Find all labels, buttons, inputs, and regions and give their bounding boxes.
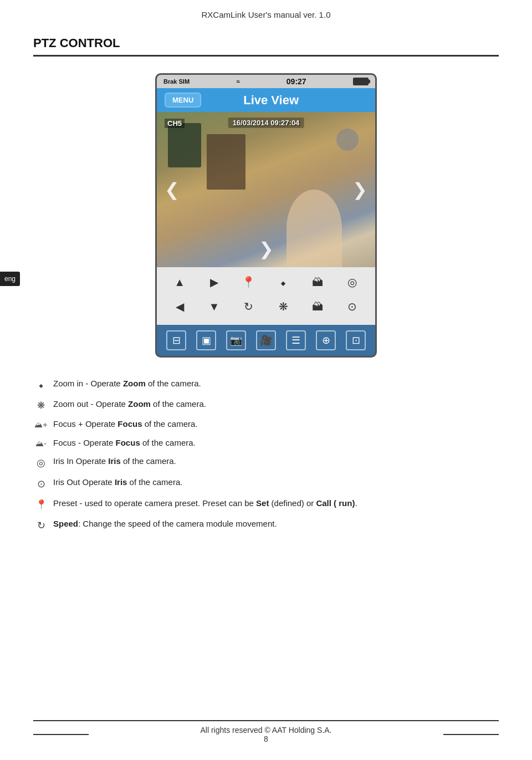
iris-in-text: Iris In Operate Iris of the camera. xyxy=(53,455,499,468)
camera-view: CH5 16/03/2014 09:27:04 ❮ ❯ ❯ xyxy=(157,112,375,267)
feature-focus-minus: ⛰- Focus - Operate Focus of the camera. xyxy=(33,437,499,450)
pan-down-button[interactable]: ▼ xyxy=(202,296,226,317)
header-title: RXCamLink User's manual ver. 1.0 xyxy=(202,10,331,19)
focus-minus-text: Focus - Operate Focus of the camera. xyxy=(53,437,499,450)
preset-text: Preset - used to operate camera preset. … xyxy=(53,497,499,510)
focus-plus-icon: ⛰+ xyxy=(33,419,49,431)
zoom-in-text: Zoom in - Operate Zoom of the camera. xyxy=(53,378,499,390)
focus-plus-button[interactable]: 🏔 xyxy=(306,272,329,293)
footer-line-right xyxy=(443,734,499,735)
preset-button[interactable]: 📍 xyxy=(237,272,260,293)
feature-iris-in: ◎ Iris In Operate Iris of the camera. xyxy=(33,455,499,471)
title-divider xyxy=(33,55,499,57)
iris-in-button[interactable]: ◎ xyxy=(341,272,364,293)
battery-icon xyxy=(353,78,369,85)
focus-minus-button[interactable]: 🏔 xyxy=(306,296,329,317)
nav-bar: MENU Live View xyxy=(157,88,375,112)
page-header: RXCamLink User's manual ver. 1.0 xyxy=(0,0,532,25)
video-button[interactable]: 🎥 xyxy=(256,330,276,350)
list-button[interactable]: ☰ xyxy=(286,330,306,350)
zoom-in-icon: ⬥ xyxy=(33,378,49,392)
preset-icon: 📍 xyxy=(33,498,49,512)
speed-button[interactable]: ↻ xyxy=(237,296,260,317)
bottom-toolbar: ⊟ ▣ 📷 🎥 ☰ ⊕ ⊡ xyxy=(157,325,375,356)
ctrl-row-2: ◀ ▼ ↻ ❋ 🏔 ⊙ xyxy=(162,296,370,317)
footer-copyright: All rights reserved © AAT Holding S.A. 8 xyxy=(200,726,331,743)
zoom-in-button[interactable]: ⬥ xyxy=(272,272,295,293)
camera-channel: CH5 xyxy=(165,119,185,128)
zoom-out-icon: ❋ xyxy=(33,399,49,413)
camera-down-arrow[interactable]: ❯ xyxy=(259,238,274,259)
camera-button[interactable]: 📷 xyxy=(226,330,246,350)
snapshot-save-button[interactable]: ▣ xyxy=(196,330,216,350)
feature-zoom-in: ⬥ Zoom in - Operate Zoom of the camera. xyxy=(33,378,499,392)
menu-button[interactable]: MENU xyxy=(165,93,201,108)
phone-container: Brak SIM ≈ 09:27 MENU Live View CH5 16/0… xyxy=(33,73,499,358)
carrier-label: Brak SIM xyxy=(163,78,190,85)
zoom-out-text: Zoom out - Operate Zoom of the camera. xyxy=(53,398,499,411)
snapshot-delete-button[interactable]: ⊟ xyxy=(166,330,186,350)
crop-button[interactable]: ⊡ xyxy=(346,330,366,350)
control-panel: ▲ ▶ 📍 ⬥ 🏔 ◎ ◀ ▼ ↻ ❋ 🏔 ⊙ xyxy=(157,267,375,325)
time-label: 09:27 xyxy=(287,77,306,86)
feature-focus-plus: ⛰+ Focus + Operate Focus of the camera. xyxy=(33,418,499,431)
wifi-icon: ≈ xyxy=(236,78,239,85)
phone-frame: Brak SIM ≈ 09:27 MENU Live View CH5 16/0… xyxy=(155,73,377,358)
ctrl-row-1: ▲ ▶ 📍 ⬥ 🏔 ◎ xyxy=(162,272,370,293)
feature-preset: 📍 Preset - used to operate camera preset… xyxy=(33,497,499,512)
pan-left-button[interactable]: ◀ xyxy=(168,296,191,317)
feature-iris-out: ⊙ Iris Out Operate Iris of the camera. xyxy=(33,476,499,492)
focus-plus-text: Focus + Operate Focus of the camera. xyxy=(53,418,499,431)
camera-timestamp: 16/03/2014 09:27:04 xyxy=(228,118,304,128)
status-bar: Brak SIM ≈ 09:27 xyxy=(157,75,375,88)
page-footer: All rights reserved © AAT Holding S.A. 8 xyxy=(33,720,499,743)
main-content: PTZ CONTROL Brak SIM ≈ 09:27 MENU Live V… xyxy=(0,25,532,572)
iris-out-text: Iris Out Operate Iris of the camera. xyxy=(53,476,499,489)
iris-out-button[interactable]: ⊙ xyxy=(341,296,364,317)
iris-in-icon: ◎ xyxy=(33,456,49,471)
camera-left-arrow[interactable]: ❮ xyxy=(165,179,180,200)
language-tab: eng xyxy=(0,272,20,286)
focus-minus-icon: ⛰- xyxy=(33,437,49,450)
iris-out-icon: ⊙ xyxy=(33,477,49,492)
feature-speed: ↻ Speed: Change the speed of the camera … xyxy=(33,518,499,533)
feature-zoom-out: ❋ Zoom out - Operate Zoom of the camera. xyxy=(33,398,499,413)
pan-up-button[interactable]: ▲ xyxy=(168,272,191,293)
speed-icon: ↻ xyxy=(33,518,49,533)
pan-right-button[interactable]: ▶ xyxy=(202,272,226,293)
section-title: PTZ CONTROL xyxy=(33,36,499,50)
feature-list: ⬥ Zoom in - Operate Zoom of the camera. … xyxy=(33,378,499,533)
zoom-out-button[interactable]: ❋ xyxy=(272,296,295,317)
target-button[interactable]: ⊕ xyxy=(316,330,336,350)
camera-right-arrow[interactable]: ❯ xyxy=(352,179,367,200)
footer-line-left xyxy=(33,734,89,735)
speed-text: Speed: Change the speed of the camera mo… xyxy=(53,518,499,531)
nav-title: Live View xyxy=(208,93,334,108)
